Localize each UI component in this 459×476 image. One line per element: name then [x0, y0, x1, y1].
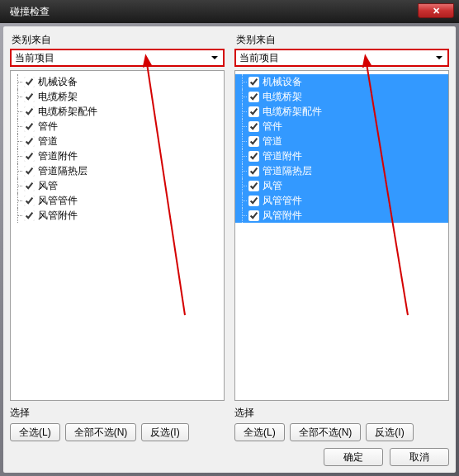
panel-left: 类别来自 当前项目 机械设备电缆桥架电缆桥架配件管件管道管道附件管道隔热层风管风…	[10, 33, 225, 441]
tree-item-label: 机械设备	[263, 75, 302, 89]
tree-item-checkbox[interactable]	[24, 106, 35, 117]
dropdown-right-value: 当前项目	[239, 51, 279, 65]
tree-item-right[interactable]: 电缆桥架	[235, 89, 448, 104]
label-category-from-left: 类别来自	[10, 33, 225, 47]
tree-item-label: 风管	[263, 179, 282, 193]
titlebar: 碰撞检查 ✕	[0, 0, 459, 23]
tree-item-left[interactable]: 风管管件	[11, 193, 224, 208]
tree-item-checkbox[interactable]	[248, 151, 259, 162]
tree-item-left[interactable]: 电缆桥架配件	[11, 104, 224, 119]
tree-item-checkbox[interactable]	[24, 210, 35, 221]
tree-item-label: 电缆桥架	[38, 90, 78, 104]
tree-item-label: 管道	[263, 134, 282, 148]
tree-item-right[interactable]: 风管	[235, 178, 448, 193]
tree-item-right[interactable]: 风管管件	[235, 193, 448, 208]
tree-item-right[interactable]: 管道隔热层	[235, 163, 448, 178]
dropdown-left[interactable]: 当前项目	[10, 49, 225, 67]
label-category-from-right: 类别来自	[234, 33, 449, 47]
tree-left[interactable]: 机械设备电缆桥架电缆桥架配件管件管道管道附件管道隔热层风管风管管件风管附件	[10, 70, 225, 401]
tree-item-left[interactable]: 风管	[11, 178, 224, 193]
panels-container: 类别来自 当前项目 机械设备电缆桥架电缆桥架配件管件管道管道附件管道隔热层风管风…	[10, 33, 449, 441]
dropdown-right[interactable]: 当前项目	[234, 49, 449, 67]
selection-buttons-left: 全选(L) 全部不选(N) 反选(I)	[10, 423, 225, 441]
tree-item-label: 风管管件	[263, 194, 302, 208]
tree-item-checkbox[interactable]	[24, 151, 35, 162]
panel-right: 类别来自 当前项目 机械设备电缆桥架电缆桥架配件管件管道管道附件管道隔热层风管风…	[234, 33, 449, 441]
tree-item-label: 管件	[263, 120, 282, 134]
select-none-left-button[interactable]: 全部不选(N)	[65, 423, 137, 441]
invert-left-button[interactable]: 反选(I)	[141, 423, 188, 441]
tree-item-checkbox[interactable]	[248, 106, 259, 117]
tree-item-right[interactable]: 管件	[235, 119, 448, 134]
selection-buttons-right: 全选(L) 全部不选(N) 反选(I)	[234, 423, 449, 441]
tree-item-label: 管道附件	[38, 149, 78, 163]
select-none-right-button[interactable]: 全部不选(N)	[290, 423, 362, 441]
tree-item-right[interactable]: 机械设备	[235, 74, 448, 89]
tree-item-checkbox[interactable]	[248, 92, 259, 102]
selection-left-label: 选择	[10, 406, 225, 420]
select-all-left-button[interactable]: 全选(L)	[10, 423, 60, 441]
tree-item-left[interactable]: 管道隔热层	[11, 163, 224, 178]
tree-item-checkbox[interactable]	[248, 136, 259, 147]
tree-item-left[interactable]: 管道附件	[11, 148, 224, 163]
tree-item-label: 风管管件	[38, 194, 78, 208]
tree-item-checkbox[interactable]	[248, 181, 259, 191]
selection-right: 选择 全选(L) 全部不选(N) 反选(I)	[234, 406, 449, 441]
tree-item-checkbox[interactable]	[24, 92, 35, 102]
close-button[interactable]: ✕	[418, 3, 454, 18]
tree-item-checkbox[interactable]	[248, 77, 259, 87]
tree-item-left[interactable]: 管件	[11, 119, 224, 134]
tree-item-left[interactable]: 机械设备	[11, 74, 224, 89]
tree-item-label: 电缆桥架配件	[38, 105, 97, 119]
tree-item-label: 风管	[38, 179, 58, 193]
tree-item-left[interactable]: 风管附件	[11, 208, 224, 223]
tree-item-checkbox[interactable]	[24, 121, 35, 132]
tree-item-right[interactable]: 电缆桥架配件	[235, 104, 448, 119]
tree-item-label: 管道隔热层	[38, 164, 88, 178]
selection-right-label: 选择	[234, 406, 449, 420]
select-all-right-button[interactable]: 全选(L)	[234, 423, 285, 441]
tree-item-label: 电缆桥架	[263, 90, 302, 104]
tree-item-checkbox[interactable]	[248, 196, 259, 206]
tree-item-label: 风管附件	[38, 209, 78, 223]
tree-item-label: 管件	[38, 120, 58, 134]
tree-item-left[interactable]: 管道	[11, 134, 224, 148]
dropdown-left-value: 当前项目	[15, 51, 54, 65]
tree-item-label: 风管附件	[263, 209, 302, 223]
tree-item-right[interactable]: 风管附件	[235, 208, 448, 223]
tree-item-checkbox[interactable]	[248, 166, 259, 177]
tree-item-label: 管道	[38, 134, 58, 148]
tree-item-right[interactable]: 管道附件	[235, 148, 448, 163]
tree-item-right[interactable]: 管道	[235, 134, 448, 148]
tree-item-label: 管道附件	[263, 149, 302, 163]
close-icon: ✕	[433, 6, 440, 16]
tree-item-checkbox[interactable]	[248, 210, 259, 221]
tree-item-checkbox[interactable]	[248, 121, 259, 132]
tree-right[interactable]: 机械设备电缆桥架电缆桥架配件管件管道管道附件管道隔热层风管风管管件风管附件	[234, 70, 449, 401]
window-title: 碰撞检查	[3, 5, 50, 19]
ok-button[interactable]: 确定	[324, 448, 383, 466]
tree-item-checkbox[interactable]	[24, 166, 35, 177]
tree-item-label: 电缆桥架配件	[263, 105, 322, 119]
tree-item-checkbox[interactable]	[24, 181, 35, 191]
tree-item-label: 管道隔热层	[263, 164, 312, 178]
dialog-window: 碰撞检查 ✕ 类别来自 当前项目 机械设备电缆桥架电缆桥架配件管件管道管道附件管…	[0, 0, 459, 476]
selection-left: 选择 全选(L) 全部不选(N) 反选(I)	[10, 406, 225, 441]
dialog-footer: 确定 取消	[10, 441, 449, 466]
tree-item-checkbox[interactable]	[24, 77, 35, 87]
tree-item-label: 机械设备	[38, 75, 78, 89]
cancel-button[interactable]: 取消	[390, 448, 449, 466]
invert-right-button[interactable]: 反选(I)	[366, 423, 413, 441]
tree-item-checkbox[interactable]	[24, 196, 35, 206]
tree-item-left[interactable]: 电缆桥架	[11, 89, 224, 104]
tree-item-checkbox[interactable]	[24, 136, 35, 147]
dialog-content: 类别来自 当前项目 机械设备电缆桥架电缆桥架配件管件管道管道附件管道隔热层风管风…	[3, 26, 456, 473]
